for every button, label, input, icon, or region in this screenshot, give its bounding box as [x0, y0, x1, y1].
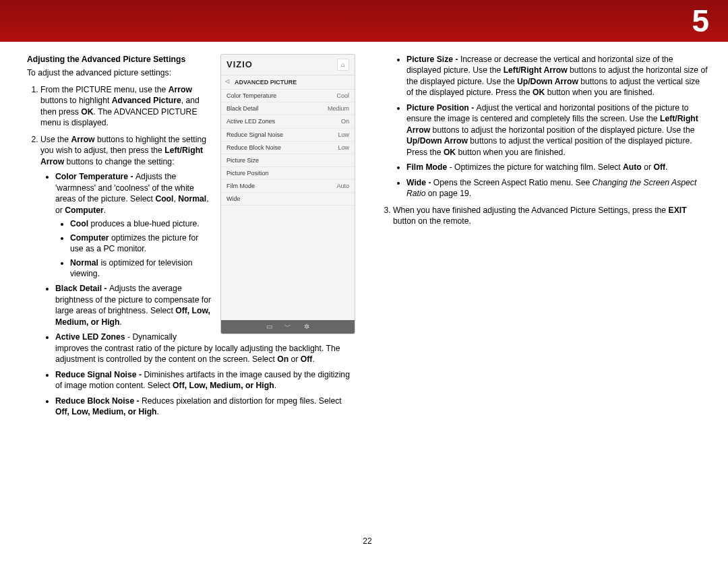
- menu-row: Active LED ZonesOn: [221, 115, 355, 128]
- menu-row: Wide: [221, 193, 355, 206]
- vizio-menu: VIZIO ⌂ ADVANCED PICTURE Color Temperatu…: [220, 54, 355, 334]
- step-3: When you have finished adjusting the Adv…: [393, 205, 708, 227]
- menu-row: Black DetailMedium: [221, 102, 355, 115]
- chapter-header: 5: [0, 0, 728, 42]
- right-column: Picture Size - Increase or decrease the …: [380, 54, 708, 423]
- menu-row: Reduce Block NoiseLow: [221, 142, 355, 154]
- menu-figure: VIZIO ⌂ ADVANCED PICTURE Color Temperatu…: [220, 54, 355, 334]
- page-body: VIZIO ⌂ ADVANCED PICTURE Color Temperatu…: [27, 54, 708, 549]
- menu-footer: ▭ ﹀ ✲: [221, 320, 355, 334]
- menu-row: Picture Position: [221, 167, 355, 180]
- bullet-film-mode: Film Mode - Optimizes the picture for wa…: [406, 162, 708, 173]
- display-icon: ▭: [264, 322, 274, 332]
- chapter-number: 5: [692, 3, 709, 38]
- bullet-picture-position: Picture Position - Adjust the vertical a…: [406, 102, 708, 158]
- bullet-reduce-block: Reduce Block Noise - Reduces pixelation …: [55, 396, 355, 418]
- left-column: VIZIO ⌂ ADVANCED PICTURE Color Temperatu…: [27, 54, 355, 423]
- bullet-wide: Wide - Opens the Screen Aspect Ratio men…: [406, 177, 708, 199]
- menu-title: ADVANCED PICTURE: [221, 75, 355, 90]
- gear-icon: ✲: [302, 322, 311, 332]
- bullet-picture-size: Picture Size - Increase or decrease the …: [406, 54, 708, 98]
- menu-row: Film ModeAuto: [221, 180, 355, 193]
- menu-row: Color TemperatureCool: [221, 90, 355, 102]
- page-number: 22: [27, 536, 708, 546]
- bullet-active-led: Active LED Zones - Dynamically improves …: [55, 332, 355, 365]
- down-chevron-icon: ﹀: [283, 322, 293, 332]
- menu-row: Picture Size: [221, 154, 355, 167]
- bullet-reduce-signal: Reduce Signal Noise - Diminishes artifac…: [55, 369, 355, 392]
- home-icon: ⌂: [337, 59, 349, 71]
- menu-row: Reduce Signal NoiseLow: [221, 129, 355, 142]
- vizio-logo: VIZIO: [226, 59, 253, 71]
